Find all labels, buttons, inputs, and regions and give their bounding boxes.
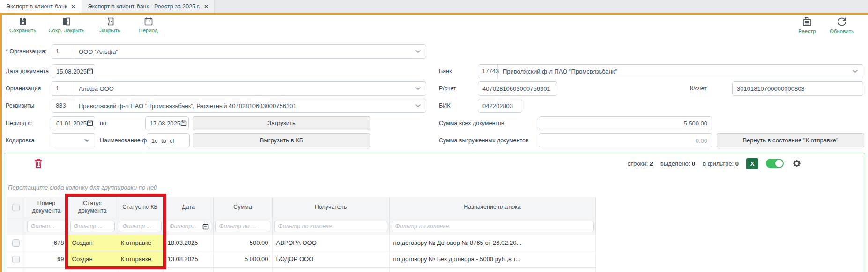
cell-status: Создан [68,235,117,251]
accent-left-strip [0,13,2,272]
filter-sum-input[interactable] [215,221,270,232]
calendar-icon [143,16,154,27]
doc-date-label: Дата документа [6,64,49,78]
cell-sum: 5 000.00 [213,251,272,267]
column-header-sum[interactable]: Сумма [213,197,272,218]
sum-exported-input[interactable] [539,133,712,147]
encoding-label: Кодировка [6,133,34,147]
table-row[interactable]: 69 Создан К отправке 13.08.2025 5 000.00… [7,251,595,267]
export-to-kb-button[interactable]: Выгрузить в КБ [193,133,370,147]
column-header-number[interactable]: Номер документа [25,197,68,218]
chevron-down-icon[interactable] [415,50,421,53]
app-window: Экспорт в клиент-банк × Экспорт в клиент… [0,0,868,272]
cell-date: 13.08.2025 [163,251,213,267]
org2-combo[interactable]: 1 Альфа ООО [52,81,426,96]
column-header-recipient[interactable]: Получатель [272,197,389,218]
bank-combo[interactable]: 17743 Приволжский ф-л ПАО "Промсвязьбанк… [478,64,863,78]
filter-status-input[interactable] [70,221,115,232]
requisites-combo[interactable]: 833 Приволжский ф-л ПАО "Промсвязьбанк",… [52,99,426,113]
tab-export-client-bank[interactable]: Экспорт в клиент-банк × [0,0,82,13]
corr-account-input[interactable] [732,81,863,96]
cell-status: Создан [68,251,117,267]
calendar-icon[interactable] [87,68,93,74]
save-icon [18,16,28,27]
requisites-code: 833 [52,99,74,112]
calendar-icon[interactable] [87,120,93,126]
refresh-button[interactable]: Обновить [829,16,855,34]
save-and-close-button[interactable]: Сохр. Закрыть [48,16,84,33]
save-button[interactable]: Сохранить [9,16,36,33]
org-main-name: ООО "Альфа" [74,48,415,55]
account-label: Р/счет [439,81,456,96]
load-button[interactable]: Загрузить [193,116,370,130]
selected-count-value: 0 [692,160,695,167]
excel-export-button[interactable]: X [746,158,758,169]
tab-label: Экспорт в клиент-банк [6,3,67,10]
row-checkbox[interactable] [12,239,20,247]
filter-kb-status-input[interactable] [119,221,162,232]
column-header-purpose[interactable]: Назначение платежа [389,197,595,218]
tab-bar: Экспорт в клиент-банк × Экспорт в клиент… [0,0,868,13]
org-main-label: * Организация: [6,44,46,59]
rows-count-label: строки: [628,160,648,167]
tab-label: Экспорт в клиент-банк - Реестр за 2025 г… [88,3,200,10]
save-close-icon [61,16,72,27]
filter-number-input[interactable] [27,221,66,232]
column-header-date[interactable]: Дата [163,197,213,218]
grid-stats: строки: 2 выделено: 0 в фильтре: 0 X [628,158,802,169]
requisites-name: Приволжский ф-л ПАО "Промсвязьбанк", Рас… [74,103,415,110]
door-icon [105,16,115,27]
period-from-value: 01.01.2025 [56,120,87,127]
revert-status-button[interactable]: Вернуть в состояние "К отправке" [717,133,864,147]
org2-name: Альфа ООО [74,85,415,92]
bank-name: Приволжский ф-л ПАО "Промсвязьбанк" [498,68,852,75]
bik-input[interactable] [478,99,522,113]
documents-grid-panel: строки: 2 выделено: 0 в фильтре: 0 X Пер… [4,153,865,272]
filter-recipient-input[interactable] [274,221,387,232]
calendar-icon[interactable] [180,120,187,126]
encoding-select[interactable] [52,133,95,147]
cell-date: 18.03.2025 [163,235,213,251]
refresh-icon [836,16,847,28]
calendar-icon[interactable] [202,223,209,232]
cell-purpose: по договору № Без договора - 5000 руб.,в… [389,251,595,267]
cell-recipient: БОДОР ООО [272,251,389,267]
close-label: Закрыть [99,28,120,33]
chevron-down-icon[interactable] [852,69,858,73]
close-button[interactable]: Закрыть [97,16,123,33]
filename-input[interactable] [147,133,190,147]
close-icon[interactable]: × [204,3,208,10]
doc-date-input[interactable]: 15.08.2025 [52,64,95,78]
requisites-label: Реквизиты [6,99,34,113]
account-input[interactable] [478,81,557,96]
gear-icon[interactable] [791,158,802,169]
chevron-down-icon[interactable] [415,104,421,108]
sum-all-input[interactable] [539,116,712,130]
registry-label: Реестр [798,29,816,34]
select-all-checkbox[interactable] [12,204,20,211]
column-header-status[interactable]: Статус документа [68,197,117,218]
period-from-input[interactable]: 01.01.2025 [52,116,95,130]
registry-icon [801,16,813,28]
period-button[interactable]: Период [135,16,162,33]
tab-export-registry-2025[interactable]: Экспорт в клиент-банк - Реестр за 2025 г… [82,0,215,13]
bank-code: 17743 [478,65,498,78]
trash-icon [33,162,44,170]
cell-purpose: по договору № Договор № 8765 от 26.02.20… [389,235,595,251]
delete-button[interactable] [33,157,44,171]
close-icon[interactable]: × [71,3,75,10]
filtered-count-label: в фильтре: [703,160,734,167]
chevron-down-icon[interactable] [415,87,421,90]
filter-toggle[interactable] [766,159,784,168]
org-main-code: 1 [52,45,74,58]
filter-purpose-input[interactable] [392,221,594,232]
row-checkbox[interactable] [12,256,20,263]
period-label: Период [139,28,157,33]
period-to-input[interactable]: 17.08.2025 [145,116,189,130]
table-row[interactable]: 678 Создан К отправке 18.03.2025 500.00 … [7,235,595,251]
chevron-down-icon[interactable] [84,139,90,142]
org-main-combo[interactable]: 1 ООО "Альфа" [52,44,426,59]
registry-button[interactable]: Реестр [794,16,820,34]
column-header-kb-status[interactable]: Статус по КБ [117,197,163,218]
corr-account-label: К/счет [690,81,707,96]
